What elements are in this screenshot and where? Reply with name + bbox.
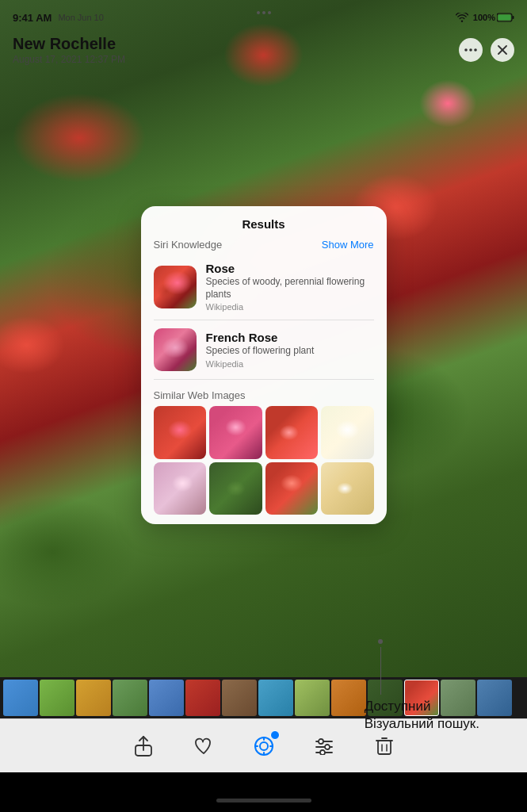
close-icon [498,45,507,55]
tooltip-callout: Доступний Візуальний пошук. [365,639,479,733]
svg-rect-1 [513,16,514,19]
similar-image-4[interactable] [154,462,207,515]
svg-point-18 [325,745,330,749]
adjust-button[interactable] [310,732,338,760]
french-rose-description: Species of flowering plant [206,345,315,358]
strip-thumb-4[interactable] [113,680,147,716]
section-divider [154,379,374,380]
svg-point-20 [320,750,325,755]
svg-point-16 [319,739,323,744]
visual-search-badge [270,730,280,740]
home-indicator [216,799,311,802]
status-date: Mon Jun 10 [58,13,103,22]
ellipsis-icon [464,48,477,52]
show-more-button[interactable]: Show More [322,239,374,251]
results-card: Results Siri Knowledge Show More Rose Sp… [141,206,387,524]
rose-name: Rose [206,262,374,275]
similar-image-1[interactable] [209,406,262,459]
rose-knowledge-item[interactable]: Rose Species of woody, perennial floweri… [141,257,387,316]
like-button[interactable] [189,732,218,760]
photo-date-subtitle: August 17, 2021 12:37 PM [13,54,125,65]
strip-thumb-8[interactable] [258,680,293,716]
french-rose-source: Wikipedia [206,359,315,369]
battery-icon [497,13,514,22]
strip-thumb-5[interactable] [149,680,184,716]
share-button[interactable] [129,732,158,760]
visual-search-button[interactable] [250,732,278,760]
similar-images-grid [141,406,387,515]
battery-indicator: 100% [473,13,514,22]
tooltip-text: Доступний Візуальний пошук. [365,698,479,733]
photo-title-block: New Rochelle August 17, 2021 12:37 PM [13,35,125,65]
strip-thumb-10[interactable] [331,680,366,716]
wifi-icon [456,13,468,22]
strip-thumb-2[interactable] [40,680,74,716]
adjust-icon [315,737,334,755]
french-rose-thumbnail [154,328,197,371]
strip-thumb-14[interactable] [477,680,512,716]
siri-knowledge-label: Siri Knowledge [154,239,223,251]
rose-info: Rose Species of woody, perennial floweri… [206,262,374,312]
svg-rect-21 [378,741,391,754]
similar-image-5[interactable] [209,462,262,515]
top-dots [257,11,271,14]
status-bar: 9:41 AM Mon Jun 10 100% [0,0,527,29]
battery-percent: 100% [473,13,495,22]
results-title: Results [141,217,387,231]
status-icons: 100% [456,13,514,22]
strip-thumb-3[interactable] [76,680,111,716]
french-rose-name: French Rose [206,331,315,344]
svg-point-5 [474,48,477,52]
rose-thumbnail [154,266,197,308]
rose-description: Species of woody, perennial flowering pl… [206,276,374,301]
similar-image-7[interactable] [321,462,374,515]
svg-point-10 [260,742,268,750]
tooltip-line [380,647,381,695]
status-time: 9:41 AM [13,12,52,24]
photo-header-actions [459,38,514,62]
similar-web-images-label: Similar Web Images [141,383,387,406]
share-icon [135,736,152,756]
more-options-button[interactable] [459,38,483,62]
heart-icon [194,737,213,755]
photo-location-title: New Rochelle [13,35,125,53]
trash-icon [376,737,393,756]
delete-button[interactable] [370,732,399,760]
similar-image-6[interactable] [265,462,319,515]
svg-point-4 [469,48,472,52]
rose-source: Wikipedia [206,302,374,312]
close-button[interactable] [491,38,514,62]
french-rose-info: French Rose Species of flowering plant W… [206,331,315,369]
svg-point-3 [464,48,468,52]
svg-rect-2 [498,15,511,21]
similar-image-3[interactable] [321,406,374,459]
similar-image-0[interactable] [154,406,207,459]
strip-thumb-6[interactable] [185,680,220,716]
tooltip-dot [378,639,383,644]
siri-knowledge-row: Siri Knowledge Show More [141,239,387,257]
similar-image-2[interactable] [265,406,319,459]
photo-header: New Rochelle August 17, 2021 12:37 PM [0,29,527,71]
strip-thumb-7[interactable] [222,680,257,716]
items-divider [154,320,374,320]
strip-thumb-9[interactable] [295,680,330,716]
french-rose-knowledge-item[interactable]: French Rose Species of flowering plant W… [141,324,387,376]
visual-search-icon [254,736,274,756]
strip-thumb-1[interactable] [3,680,38,716]
